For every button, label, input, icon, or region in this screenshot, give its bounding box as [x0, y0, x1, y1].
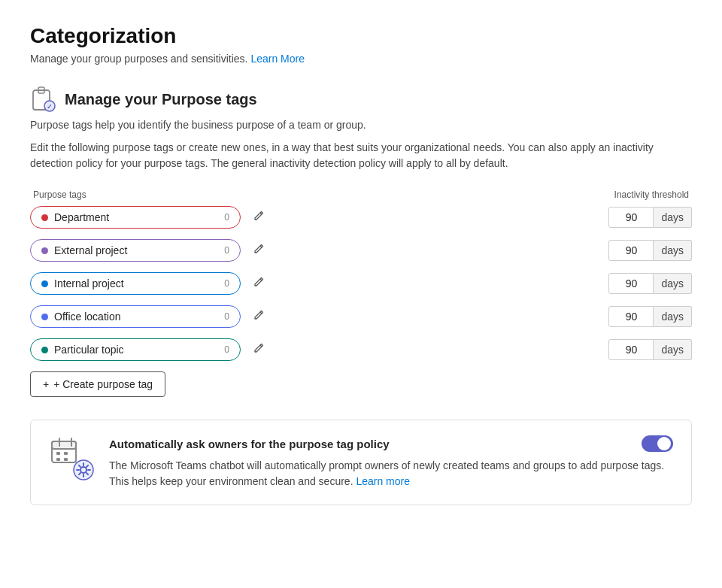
tag-dot	[41, 314, 48, 320]
tag-count: 0	[224, 278, 229, 289]
edit-icon[interactable]	[248, 339, 269, 360]
tag-label: Internal project	[54, 277, 124, 289]
tag-pill[interactable]: Internal project 0	[30, 272, 241, 295]
days-label: days	[654, 207, 692, 228]
days-input-group: days	[608, 273, 692, 294]
svg-text:✓: ✓	[47, 103, 53, 111]
days-input[interactable]	[608, 339, 654, 360]
tag-label: Particular topic	[54, 344, 124, 356]
edit-icon[interactable]	[248, 273, 269, 294]
days-input-group: days	[608, 306, 692, 327]
days-input[interactable]	[608, 273, 654, 294]
card-icon-area	[49, 435, 94, 480]
auto-ask-toggle[interactable]	[642, 435, 673, 452]
days-label: days	[654, 240, 692, 261]
tag-dot	[41, 214, 48, 221]
section-desc1: Purpose tags help you identify the busin…	[30, 119, 692, 131]
svg-rect-9	[64, 452, 68, 455]
tag-row: Office location 0 days	[30, 305, 692, 328]
tag-row: Internal project 0 days	[30, 272, 692, 295]
card-learn-more-link[interactable]: Learn more	[356, 475, 410, 487]
tag-label: Department	[54, 211, 109, 223]
days-input-group: days	[608, 240, 692, 261]
create-purpose-tag-button[interactable]: + + Create purpose tag	[30, 371, 165, 397]
section-title: Manage your Purpose tags	[65, 91, 257, 108]
create-button-label: + Create purpose tag	[53, 378, 153, 390]
tag-count: 0	[224, 344, 229, 355]
tag-count: 0	[224, 245, 229, 256]
col-tags-label: Purpose tags	[33, 189, 86, 200]
days-label: days	[654, 339, 692, 360]
tag-count: 0	[224, 311, 229, 322]
page-title: Categorization	[30, 24, 692, 48]
purpose-tag-icon: ✓	[30, 86, 57, 113]
tag-count: 0	[224, 212, 229, 223]
section-desc2: Edit the following purpose tags or creat…	[30, 140, 692, 171]
tag-pill[interactable]: External project 0	[30, 239, 241, 262]
card-body: Automatically ask owners for the purpose…	[109, 435, 673, 489]
days-input[interactable]	[608, 240, 654, 261]
tag-label: External project	[54, 244, 127, 256]
svg-rect-8	[56, 452, 60, 455]
tag-dot	[41, 247, 48, 254]
card-title-row: Automatically ask owners for the purpose…	[109, 435, 673, 452]
tag-label: Office location	[54, 311, 120, 323]
tag-pill[interactable]: Particular topic 0	[30, 338, 241, 361]
col-threshold-label: Inactivity threshold	[614, 189, 689, 200]
section-header: ✓ Manage your Purpose tags	[30, 86, 692, 113]
table-header: Purpose tags Inactivity threshold	[30, 189, 692, 200]
edit-icon[interactable]	[248, 207, 269, 228]
svg-rect-11	[64, 458, 68, 461]
tag-list: Department 0 days External project 0	[30, 206, 692, 361]
days-label: days	[654, 273, 692, 294]
svg-rect-10	[56, 458, 60, 461]
card-title: Automatically ask owners for the purpose…	[109, 438, 390, 450]
days-input-group: days	[608, 207, 692, 228]
days-input-group: days	[608, 339, 692, 360]
days-input[interactable]	[608, 207, 654, 228]
tag-pill[interactable]: Office location 0	[30, 305, 241, 328]
tag-pill[interactable]: Department 0	[30, 206, 241, 229]
card-desc: The Microsoft Teams chatbot will automat…	[109, 458, 673, 489]
tag-dot	[41, 347, 48, 353]
days-label: days	[654, 306, 692, 327]
auto-ask-card: Automatically ask owners for the purpose…	[30, 420, 692, 505]
days-input[interactable]	[608, 306, 654, 327]
svg-rect-5	[52, 441, 76, 449]
tag-dot	[41, 280, 48, 287]
edit-icon[interactable]	[248, 306, 269, 327]
page-subtitle: Manage your group purposes and sensitivi…	[30, 53, 692, 65]
tag-row: Particular topic 0 days	[30, 338, 692, 361]
plus-icon: +	[43, 378, 49, 390]
gear-icon	[73, 459, 94, 480]
tag-row: Department 0 days	[30, 206, 692, 229]
edit-icon[interactable]	[248, 240, 269, 261]
tag-row: External project 0 days	[30, 239, 692, 262]
learn-more-link[interactable]: Learn More	[250, 53, 305, 65]
